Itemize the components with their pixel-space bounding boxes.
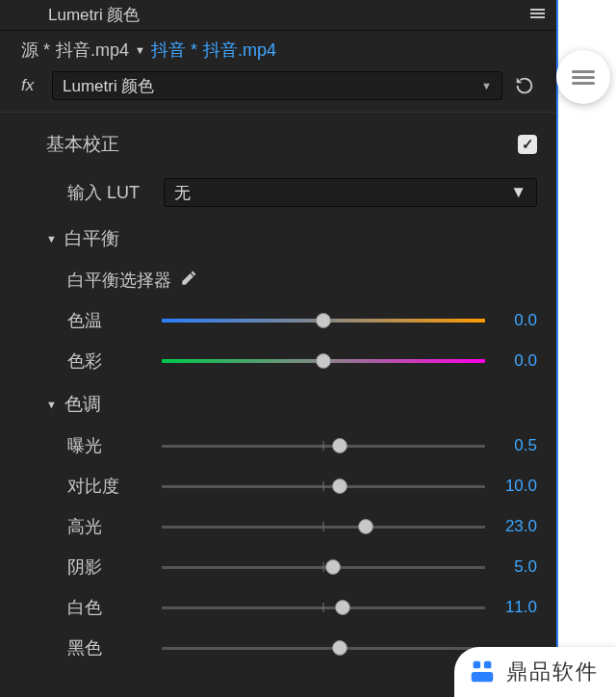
blacks-label: 黑色 xyxy=(67,636,154,659)
floating-menu-button[interactable] xyxy=(556,50,610,104)
chevron-down-icon: ▼ xyxy=(510,183,526,202)
tone-title: 色调 xyxy=(64,392,101,417)
watermark: 鼎品软件 xyxy=(454,647,616,697)
slider-track xyxy=(162,607,485,609)
slider-knob[interactable] xyxy=(358,519,373,534)
panel-title: Lumetri 颜色 xyxy=(48,4,526,26)
wb-picker-label: 白平衡选择器 xyxy=(67,269,171,292)
master-prefix[interactable]: 抖音 * xyxy=(151,39,197,62)
temperature-row: 色温 0.0 xyxy=(0,292,556,332)
svg-rect-0 xyxy=(474,661,481,669)
slider-knob[interactable] xyxy=(332,438,347,453)
watermark-text: 鼎品软件 xyxy=(506,658,599,686)
chevron-down-icon: ▼ xyxy=(481,80,492,91)
chevron-down-icon: ▼ xyxy=(46,233,57,245)
temperature-value[interactable]: 0.0 xyxy=(493,311,537,330)
wb-group-header[interactable]: ▼ 白平衡 xyxy=(0,207,556,251)
slider-knob[interactable] xyxy=(316,353,331,369)
eyedropper-icon xyxy=(179,269,198,288)
whites-value[interactable]: 11.0 xyxy=(493,598,537,617)
slider-knob[interactable] xyxy=(335,600,350,615)
lut-label: 输入 LUT xyxy=(67,181,154,204)
svg-rect-1 xyxy=(484,661,492,669)
basic-correction-header[interactable]: 基本校正 ✓ xyxy=(0,120,556,161)
effect-select[interactable]: Lumetri 颜色 ▼ xyxy=(52,71,502,100)
whites-slider[interactable] xyxy=(162,596,485,619)
effect-name: Lumetri 颜色 xyxy=(63,75,154,97)
wb-title: 白平衡 xyxy=(64,226,119,251)
whites-label: 白色 xyxy=(67,596,154,619)
temperature-slider[interactable] xyxy=(162,309,485,332)
exposure-slider[interactable] xyxy=(162,434,485,457)
shadows-row: 阴影 5.0 xyxy=(0,538,556,579)
watermark-logo-icon xyxy=(468,658,497,686)
slider-knob[interactable] xyxy=(332,640,347,656)
whites-row: 白色 11.0 xyxy=(0,579,556,619)
shadows-label: 阴影 xyxy=(67,555,154,579)
highlights-label: 高光 xyxy=(67,515,154,538)
exposure-label: 曝光 xyxy=(67,434,154,457)
wb-picker-row: 白平衡选择器 xyxy=(0,251,556,292)
contrast-row: 对比度 10.0 xyxy=(0,457,556,498)
tone-group-header[interactable]: ▼ 色调 xyxy=(0,373,556,417)
exposure-row: 曝光 0.5 xyxy=(0,417,556,457)
tint-value[interactable]: 0.0 xyxy=(493,351,537,371)
lut-row: 输入 LUT 无 ▼ xyxy=(0,161,556,207)
panel-menu-button[interactable] xyxy=(526,7,545,24)
highlights-row: 高光 23.0 xyxy=(0,498,556,538)
exposure-value[interactable]: 0.5 xyxy=(493,436,537,455)
lut-value: 无 xyxy=(174,182,191,204)
slider-knob[interactable] xyxy=(332,478,347,494)
contrast-value[interactable]: 10.0 xyxy=(493,477,537,496)
slider-track xyxy=(162,445,485,448)
menu-icon xyxy=(530,7,545,20)
lut-select[interactable]: 无 ▼ xyxy=(164,178,537,207)
source-clip-name[interactable]: 抖音.mp4 xyxy=(56,39,129,62)
master-name[interactable]: 抖音.mp4 xyxy=(203,39,276,62)
eyedropper-button[interactable] xyxy=(179,269,198,292)
source-row: 源 * 抖音.mp4 ▼ 抖音 * 抖音.mp4 xyxy=(0,31,556,71)
slider-knob[interactable] xyxy=(316,313,331,328)
slider-track xyxy=(162,566,485,569)
shadows-slider[interactable] xyxy=(162,555,485,579)
reset-icon xyxy=(514,75,535,96)
svg-rect-2 xyxy=(472,672,494,682)
highlights-value[interactable]: 23.0 xyxy=(493,517,537,536)
reset-button[interactable] xyxy=(512,73,537,98)
contrast-slider[interactable] xyxy=(162,475,485,498)
chevron-down-icon[interactable]: ▼ xyxy=(135,44,145,56)
menu-icon xyxy=(572,67,595,88)
tint-row: 色彩 0.0 xyxy=(0,332,556,373)
highlights-slider[interactable] xyxy=(162,515,485,538)
slider-track xyxy=(162,485,485,488)
basic-title: 基本校正 xyxy=(46,132,119,157)
fx-badge[interactable]: fx xyxy=(21,76,42,95)
chevron-down-icon: ▼ xyxy=(46,399,57,410)
contrast-label: 对比度 xyxy=(67,475,154,498)
source-clip-prefix: 源 * xyxy=(21,39,50,62)
effect-row: fx Lumetri 颜色 ▼ xyxy=(0,71,556,108)
tint-label: 色彩 xyxy=(67,349,154,373)
slider-knob[interactable] xyxy=(325,559,341,575)
panel-header: Lumetri 颜色 xyxy=(0,0,556,31)
temperature-label: 色温 xyxy=(67,309,154,332)
tint-slider[interactable] xyxy=(162,349,485,373)
shadows-value[interactable]: 5.0 xyxy=(493,557,537,577)
basic-enable-toggle[interactable]: ✓ xyxy=(518,135,537,154)
slider-track xyxy=(162,526,485,529)
divider xyxy=(0,112,556,113)
